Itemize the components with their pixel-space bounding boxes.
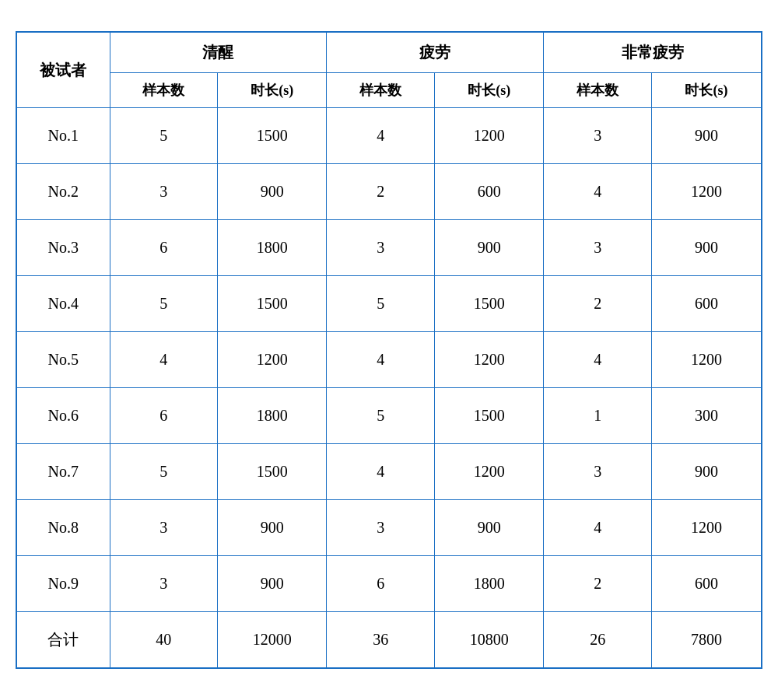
table-row: No.451500515002600 xyxy=(16,276,762,332)
data-cell: 900 xyxy=(434,500,544,556)
subject-cell: No.5 xyxy=(16,332,110,388)
data-cell: 1200 xyxy=(651,500,762,556)
data-cell: 2 xyxy=(544,276,651,332)
data-cell: 1 xyxy=(544,388,651,444)
data-cell: 4 xyxy=(544,332,651,388)
table-row: No.151500412003900 xyxy=(16,108,762,164)
total-cell: 26 xyxy=(544,612,651,668)
data-cell: 1200 xyxy=(217,332,327,388)
data-cell: 1200 xyxy=(434,332,544,388)
table-container: 被试者 清醒 疲劳 非常疲劳 样本数 时长(s) 样本数 时长(s) 样本数 时… xyxy=(16,31,762,669)
subject-cell: No.9 xyxy=(16,556,110,612)
data-cell: 900 xyxy=(217,500,327,556)
data-cell: 4 xyxy=(110,332,217,388)
table-row: No.93900618002600 xyxy=(16,556,762,612)
sub-header-pl-samples: 样本数 xyxy=(327,73,434,108)
subject-cell: No.1 xyxy=(16,108,110,164)
category-header-pl: 疲劳 xyxy=(327,32,544,73)
sub-header-pl-duration: 时长(s) xyxy=(434,73,544,108)
data-cell: 4 xyxy=(327,444,434,500)
data-cell: 3 xyxy=(327,220,434,276)
category-header-qx: 清醒 xyxy=(110,32,327,73)
subject-cell: No.8 xyxy=(16,500,110,556)
data-cell: 2 xyxy=(544,556,651,612)
data-table: 被试者 清醒 疲劳 非常疲劳 样本数 时长(s) 样本数 时长(s) 样本数 时… xyxy=(16,31,762,669)
data-cell: 3 xyxy=(110,556,217,612)
data-cell: 4 xyxy=(327,332,434,388)
total-cell: 40 xyxy=(110,612,217,668)
data-cell: 3 xyxy=(110,164,217,220)
total-row: 合计40120003610800267800 xyxy=(16,612,762,668)
data-cell: 900 xyxy=(651,108,762,164)
data-cell: 4 xyxy=(327,108,434,164)
data-cell: 5 xyxy=(110,108,217,164)
data-cell: 600 xyxy=(651,556,762,612)
data-cell: 900 xyxy=(217,556,327,612)
data-cell: 3 xyxy=(327,500,434,556)
sub-header-fpl-duration: 时长(s) xyxy=(651,73,762,108)
data-cell: 3 xyxy=(544,108,651,164)
data-cell: 2 xyxy=(327,164,434,220)
table-row: No.661800515001300 xyxy=(16,388,762,444)
data-cell: 5 xyxy=(110,276,217,332)
data-cell: 1500 xyxy=(217,276,327,332)
data-cell: 6 xyxy=(110,388,217,444)
data-cell: 1800 xyxy=(434,556,544,612)
data-cell: 600 xyxy=(434,164,544,220)
category-header-fpl: 非常疲劳 xyxy=(544,32,762,73)
data-cell: 600 xyxy=(651,276,762,332)
table-row: No.83900390041200 xyxy=(16,500,762,556)
sub-header-qx-samples: 样本数 xyxy=(110,73,217,108)
sub-header-fpl-samples: 样本数 xyxy=(544,73,651,108)
table-row: No.23900260041200 xyxy=(16,164,762,220)
data-cell: 1200 xyxy=(651,332,762,388)
data-cell: 1500 xyxy=(434,388,544,444)
data-cell: 1500 xyxy=(217,444,327,500)
data-cell: 900 xyxy=(651,220,762,276)
subject-cell: No.7 xyxy=(16,444,110,500)
data-cell: 1200 xyxy=(651,164,762,220)
data-cell: 1500 xyxy=(434,276,544,332)
data-cell: 1200 xyxy=(434,444,544,500)
total-label: 合计 xyxy=(16,612,110,668)
data-cell: 1200 xyxy=(434,108,544,164)
data-cell: 900 xyxy=(217,164,327,220)
data-cell: 1800 xyxy=(217,220,327,276)
total-cell: 36 xyxy=(327,612,434,668)
table-row: No.36180039003900 xyxy=(16,220,762,276)
subject-cell: No.6 xyxy=(16,388,110,444)
subject-cell: No.3 xyxy=(16,220,110,276)
table-row: No.751500412003900 xyxy=(16,444,762,500)
data-cell: 4 xyxy=(544,164,651,220)
total-cell: 12000 xyxy=(217,612,327,668)
data-cell: 1500 xyxy=(217,108,327,164)
data-cell: 3 xyxy=(544,220,651,276)
data-cell: 1800 xyxy=(217,388,327,444)
data-cell: 900 xyxy=(651,444,762,500)
data-cell: 900 xyxy=(434,220,544,276)
data-cell: 5 xyxy=(327,388,434,444)
total-cell: 7800 xyxy=(651,612,762,668)
data-cell: 4 xyxy=(544,500,651,556)
data-cell: 6 xyxy=(327,556,434,612)
subject-cell: No.2 xyxy=(16,164,110,220)
data-cell: 3 xyxy=(544,444,651,500)
data-cell: 5 xyxy=(110,444,217,500)
table-row: No.5412004120041200 xyxy=(16,332,762,388)
data-cell: 3 xyxy=(110,500,217,556)
data-cell: 5 xyxy=(327,276,434,332)
sub-header-qx-duration: 时长(s) xyxy=(217,73,327,108)
total-cell: 10800 xyxy=(434,612,544,668)
subject-cell: No.4 xyxy=(16,276,110,332)
subject-column-header: 被试者 xyxy=(16,32,110,108)
data-cell: 6 xyxy=(110,220,217,276)
data-cell: 300 xyxy=(651,388,762,444)
